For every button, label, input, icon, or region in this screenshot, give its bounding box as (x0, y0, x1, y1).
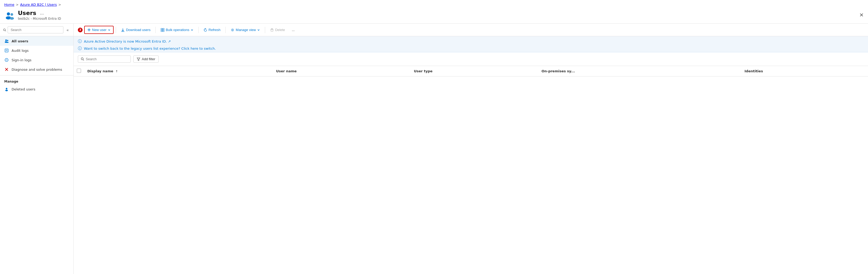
users-icon (4, 10, 15, 21)
download-users-button[interactable]: Download users (118, 26, 153, 34)
new-user-group: 3 New user (78, 26, 114, 34)
breadcrumb-sep1: > (16, 3, 19, 7)
sidebar: « All users Aud (0, 24, 74, 274)
toolbar-sep-5 (265, 27, 265, 33)
sidebar-search-input[interactable] (8, 26, 63, 33)
sidebar-item-all-users[interactable]: All users (0, 36, 73, 46)
sidebar-item-sign-in-logs[interactable]: Sign-in logs (0, 55, 73, 65)
sidebar-item-audit-logs[interactable]: Audit logs (0, 46, 73, 55)
svg-line-5 (5, 31, 6, 31)
table-header-identities[interactable]: Identities (742, 66, 868, 77)
sidebar-item-diagnose-label: Diagnose and solve problems (11, 68, 62, 71)
svg-point-28 (81, 58, 83, 60)
diagnose-icon (4, 67, 9, 72)
gear-icon (231, 28, 235, 32)
svg-point-3 (10, 17, 14, 20)
table-header-on-premises[interactable]: On-premises sy... (538, 66, 742, 77)
svg-rect-27 (271, 29, 273, 31)
sidebar-item-sign-in-logs-label: Sign-in logs (11, 58, 32, 62)
svg-point-16 (6, 88, 7, 89)
sort-asc-icon: ↑ (116, 70, 118, 73)
svg-point-2 (10, 13, 13, 16)
svg-marker-30 (137, 58, 140, 60)
info-area: ⓘ Azure Active Directory is now Microsof… (74, 36, 868, 52)
plus-icon (87, 28, 91, 32)
svg-line-29 (83, 60, 84, 61)
more-button[interactable]: ... (289, 26, 298, 34)
page-header-text: Users ... testb2c - Microsoft Entra ID (18, 10, 61, 21)
page-header: Users ... testb2c - Microsoft Entra ID ✕ (0, 8, 868, 24)
sidebar-search-area: « (0, 24, 73, 36)
sidebar-search-icon (3, 28, 6, 32)
sidebar-collapse-button[interactable]: « (65, 27, 70, 33)
bulk-icon (161, 28, 164, 32)
sidebar-item-deleted-users-label: Deleted users (11, 87, 35, 91)
add-filter-button[interactable]: Add filter (133, 56, 159, 63)
refresh-button[interactable]: Refresh (201, 26, 224, 34)
info-icon-2: ⓘ (78, 46, 82, 51)
close-button[interactable]: ✕ (859, 12, 864, 18)
refresh-icon (204, 28, 207, 32)
page-subtitle: testb2c - Microsoft Entra ID (18, 17, 61, 21)
main-layout: « All users Aud (0, 24, 868, 274)
all-users-icon (4, 39, 9, 43)
breadcrumb-azure[interactable]: Azure AD B2C | Users (20, 3, 57, 7)
svg-rect-24 (161, 30, 162, 32)
svg-rect-10 (5, 49, 8, 52)
toolbar-sep-4 (225, 27, 226, 33)
info-link-1[interactable]: Azure Active Directory is now Microsoft … (84, 39, 171, 43)
bulk-chevron-icon (191, 29, 193, 31)
header-ellipsis-button[interactable]: ... (38, 10, 45, 16)
svg-rect-22 (161, 28, 162, 30)
sign-in-logs-icon (4, 58, 9, 62)
info-icon-1: ⓘ (78, 39, 82, 44)
sidebar-manage-section: Manage (0, 77, 73, 84)
filter-icon (137, 57, 140, 61)
svg-point-17 (5, 90, 8, 91)
toolbar-sep-2 (155, 27, 156, 33)
header-checkbox[interactable] (77, 69, 81, 73)
breadcrumb: Home > Azure AD B2C | Users > (0, 0, 868, 8)
sidebar-item-deleted-users[interactable]: Deleted users (0, 84, 73, 94)
breadcrumb-home[interactable]: Home (4, 3, 14, 7)
svg-point-4 (3, 29, 5, 31)
users-table-area: Display name ↑ User name User type On-pr… (74, 66, 868, 274)
svg-point-0 (7, 12, 10, 16)
toolbar-sep-1 (116, 27, 116, 33)
search-input[interactable] (86, 57, 128, 61)
svg-rect-23 (163, 28, 164, 30)
table-header-user-name[interactable]: User name (273, 66, 411, 77)
svg-point-26 (232, 29, 233, 31)
table-header-checkbox (74, 66, 84, 77)
sidebar-item-audit-logs-label: Audit logs (11, 49, 29, 53)
search-box (78, 56, 131, 63)
sidebar-item-diagnose[interactable]: Diagnose and solve problems (0, 65, 73, 74)
content-area: 3 New user (74, 24, 868, 274)
breadcrumb-sep2: > (58, 3, 61, 7)
search-icon (81, 57, 84, 61)
sidebar-divider (0, 75, 73, 75)
deleted-users-icon (4, 87, 9, 92)
svg-point-8 (7, 40, 8, 41)
info-row-2: ⓘ Want to switch back to the legacy user… (78, 46, 864, 51)
bulk-operations-button[interactable]: Bulk operations (158, 26, 196, 34)
table-header-display-name[interactable]: Display name ↑ (84, 66, 273, 77)
manage-view-button[interactable]: Manage view (228, 26, 263, 34)
page-title: Users ... (18, 10, 61, 16)
audit-logs-icon (4, 48, 9, 53)
users-table: Display name ↑ User name User type On-pr… (74, 66, 868, 77)
svg-rect-25 (163, 30, 164, 32)
download-icon (121, 28, 125, 32)
table-header-row: Display name ↑ User name User type On-pr… (74, 66, 868, 77)
sidebar-item-all-users-label: All users (11, 39, 28, 43)
info-link-2[interactable]: Want to switch back to the legacy users … (84, 47, 216, 51)
delete-icon (270, 28, 274, 32)
delete-button[interactable]: Delete (267, 26, 288, 34)
new-user-chevron-icon (108, 29, 111, 31)
svg-point-9 (7, 42, 9, 43)
table-header-user-type[interactable]: User type (411, 66, 538, 77)
manage-view-chevron-icon (257, 29, 260, 31)
toolbar-badge: 3 (78, 28, 83, 32)
filter-bar: Add filter (74, 52, 868, 66)
new-user-button[interactable]: New user (84, 26, 114, 34)
